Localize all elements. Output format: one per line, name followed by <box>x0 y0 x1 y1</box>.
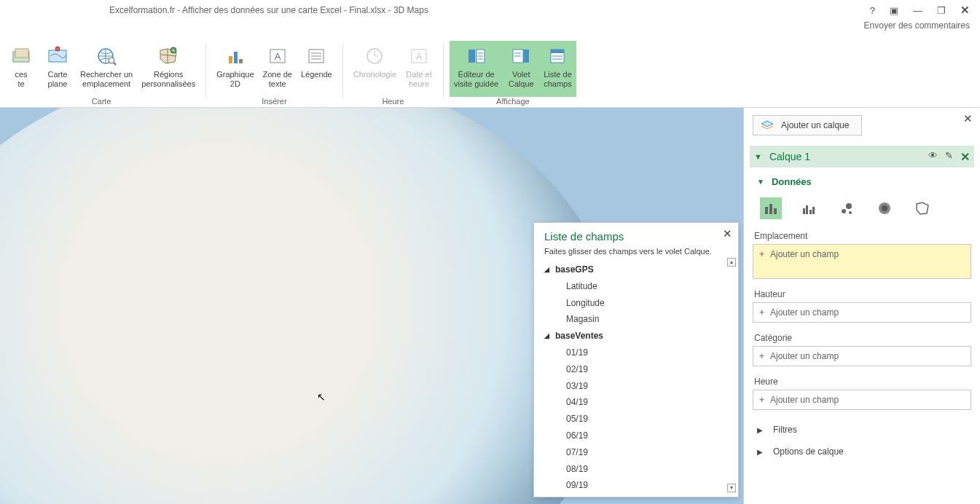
ribbon-display-icon[interactable]: ▣ <box>890 5 898 16</box>
chevron-right-icon: ▶ <box>757 426 763 434</box>
dropzone-emplacement[interactable]: +Ajouter un champ <box>753 244 971 279</box>
field-item[interactable]: 03/19 <box>544 378 728 395</box>
tour-editor-icon <box>466 44 487 68</box>
svg-rect-23 <box>469 50 475 63</box>
svg-rect-42 <box>812 207 815 214</box>
viz-region[interactable] <box>912 197 933 219</box>
svg-point-47 <box>882 205 887 211</box>
main-area: ↖ ✕ Liste de champs Faites glisser des c… <box>0 108 980 504</box>
flat-map-icon <box>47 44 68 68</box>
ribbon-label: Liste de champs <box>544 70 572 89</box>
add-layer-button[interactable]: Ajouter un calque <box>753 115 862 135</box>
svg-rect-10 <box>234 52 238 63</box>
label-heure: Heure <box>754 377 971 387</box>
window-controls: ? ▣ — ❐ ✕ <box>870 4 976 17</box>
field-item[interactable]: 04/19 <box>544 394 728 411</box>
svg-point-5 <box>109 58 114 63</box>
svg-rect-29 <box>523 50 529 63</box>
ribbon-label: Régions personnalisées <box>141 70 195 89</box>
svg-rect-41 <box>810 210 812 214</box>
dropzone-hauteur[interactable]: +Ajouter un champ <box>753 302 971 323</box>
ribbon-label: Rechercher un emplacement <box>80 70 133 89</box>
close-icon[interactable]: ✕ <box>963 112 973 125</box>
layers-icon <box>761 120 774 130</box>
ribbon-btn-find-location[interactable]: Rechercher un emplacement <box>76 41 137 97</box>
ribbon-btn-field-list[interactable]: Liste de champs <box>539 41 576 97</box>
ribbon-label: Volet Calque <box>509 70 534 89</box>
viz-heatmap[interactable] <box>874 197 895 219</box>
field-list: ◢baseGPS Latitude Longitude Magasin ◢bas… <box>544 261 728 494</box>
field-item[interactable]: 09/19 <box>544 477 728 494</box>
close-icon[interactable]: ✕ <box>723 227 732 240</box>
field-table-baseventes[interactable]: ◢baseVentes <box>544 328 728 344</box>
field-item[interactable]: Magasin <box>544 311 728 328</box>
ribbon-btn-themes[interactable]: ces te <box>3 41 39 97</box>
scroll-down-icon[interactable]: ▾ <box>727 484 736 492</box>
ribbon-label: ces te <box>15 70 27 89</box>
ribbon-label: Éditeur de visite guidée <box>454 70 498 89</box>
viz-bubble[interactable] <box>836 197 858 219</box>
cursor-icon: ↖ <box>317 391 326 403</box>
svg-point-44 <box>846 203 852 209</box>
dropzone-categorie[interactable]: +Ajouter un champ <box>753 346 971 366</box>
layer-panel: ✕ Ajouter un calque ▼ Calque 1 👁 ✎ ✕ ▼ D… <box>743 108 980 504</box>
svg-point-3 <box>55 47 60 51</box>
field-item[interactable]: 06/19 <box>544 428 728 444</box>
field-item[interactable]: Latitude <box>544 278 728 295</box>
ribbon-btn-chart-2d[interactable]: Graphique 2D <box>212 41 258 97</box>
ribbon-btn-tour-editor[interactable]: Éditeur de visite guidée <box>450 41 503 97</box>
layer-header[interactable]: ▼ Calque 1 👁 ✎ ✕ <box>750 146 974 168</box>
feedback-link-row: Envoyer des commentaires <box>0 20 980 36</box>
titlebar: Excelformation.fr - Afficher des données… <box>0 0 980 20</box>
minimize-icon[interactable]: — <box>913 5 922 16</box>
viz-clustered-column[interactable] <box>798 197 820 219</box>
ribbon-btn-custom-regions[interactable]: + Régions personnalisées <box>137 41 200 97</box>
section-filtres[interactable]: ▶Filtres <box>753 419 971 441</box>
svg-text:A: A <box>416 51 423 62</box>
ribbon-btn-layer-pane[interactable]: Volet Calque <box>503 41 539 97</box>
field-item[interactable]: 08/19 <box>544 461 728 478</box>
svg-point-43 <box>842 209 846 213</box>
plus-icon: + <box>759 249 764 259</box>
ribbon-btn-text-box[interactable]: A Zone de texte <box>259 41 297 97</box>
field-item[interactable]: 02/19 <box>544 361 728 378</box>
viz-stacked-column[interactable] <box>760 197 782 219</box>
collapse-icon: ◢ <box>544 330 549 342</box>
ribbon-btn-legend[interactable]: Légende <box>297 41 337 97</box>
ribbon-label: Carte plane <box>48 70 68 89</box>
feedback-link[interactable]: Envoyer des commentaires <box>864 20 970 36</box>
themes-icon <box>11 44 31 68</box>
field-item[interactable]: Longitude <box>544 295 728 312</box>
field-item[interactable]: 01/19 <box>544 344 728 361</box>
section-layer-options[interactable]: ▶Options de calque <box>753 441 971 462</box>
eye-icon[interactable]: 👁 <box>928 150 938 164</box>
ribbon-label: Légende <box>301 70 332 79</box>
section-data[interactable]: ▼ Données <box>753 172 971 194</box>
svg-line-6 <box>114 63 116 65</box>
chart-icon <box>225 44 246 68</box>
label-categorie: Catégorie <box>754 333 971 343</box>
help-icon[interactable]: ? <box>870 5 875 16</box>
restore-icon[interactable]: ❐ <box>937 5 946 16</box>
svg-rect-11 <box>239 59 243 63</box>
map-canvas[interactable]: ↖ ✕ Liste de champs Faites glisser des c… <box>0 108 743 504</box>
field-table-basegps[interactable]: ◢baseGPS <box>544 261 728 278</box>
field-item[interactable]: 05/19 <box>544 411 728 428</box>
scrollbar[interactable]: ▴ ▾ <box>726 258 737 492</box>
layer-tools: 👁 ✎ ✕ <box>928 150 970 164</box>
field-list-title: Liste de champs <box>544 230 728 243</box>
label-emplacement: Emplacement <box>754 231 971 241</box>
close-icon[interactable]: ✕ <box>960 4 970 17</box>
pencil-icon[interactable]: ✎ <box>945 150 953 164</box>
ribbon-label: Zone de texte <box>263 70 292 89</box>
dropzone-heure[interactable]: +Ajouter un champ <box>753 390 971 410</box>
scroll-up-icon[interactable]: ▴ <box>727 258 736 267</box>
svg-rect-37 <box>769 204 772 214</box>
ribbon-group-label: Affichage <box>496 97 530 108</box>
globe-search-icon <box>95 44 117 68</box>
clock-icon <box>364 44 385 68</box>
ribbon-btn-date-time: A Date et heure <box>401 41 437 97</box>
ribbon-btn-flat-map[interactable]: Carte plane <box>39 41 76 97</box>
field-item[interactable]: 07/19 <box>544 444 728 461</box>
delete-icon[interactable]: ✕ <box>960 150 970 164</box>
